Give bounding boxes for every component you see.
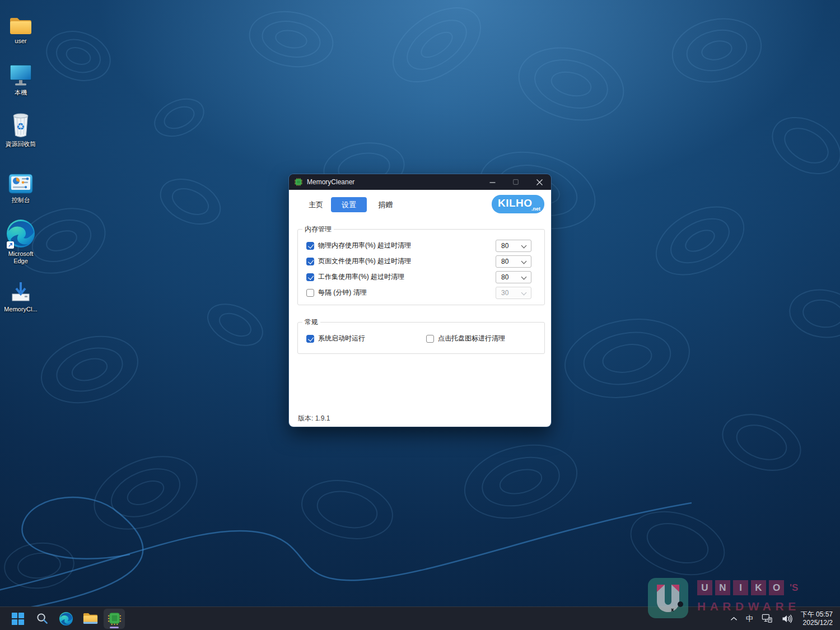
desktop-icon-control-panel[interactable]: 控制台 <box>2 164 39 204</box>
svg-text:♻: ♻ <box>16 121 25 132</box>
physical-memory-row: 物理内存使用率(%) 超过时清理 80 <box>298 240 544 252</box>
desktop-icon-label: Microsoft Edge <box>2 250 39 265</box>
desktop-icon-this-pc[interactable]: 本機 <box>2 56 39 96</box>
edge-icon <box>59 612 73 626</box>
desktop-icon-user[interactable]: user <box>2 4 39 45</box>
desktop-icon-recycle-bin[interactable]: ♻ 資源回收筒 <box>2 108 39 148</box>
memory-group-title: 内存管理 <box>302 225 334 234</box>
close-button[interactable] <box>528 174 551 190</box>
recycle-bin-icon: ♻ <box>2 108 39 139</box>
tray-click-clean-label: 点击托盘图标进行清理 <box>438 334 505 343</box>
window-body: 主页 设置 捐赠 KILHO .net 内存管理 物理内存使用率(%) 超过时清… <box>289 190 551 427</box>
page-file-threshold-select[interactable]: 80 <box>496 255 531 268</box>
desktop-icon-label: user <box>2 38 39 45</box>
physical-memory-label: 物理内存使用率(%) 超过时清理 <box>318 241 411 250</box>
folder-icon <box>2 4 39 36</box>
general-group: 常规 系统启动时运行 点击托盘图标进行清理 <box>297 322 545 354</box>
interval-minutes-select[interactable]: 30 <box>496 287 531 299</box>
tray-click-clean-checkbox[interactable] <box>426 335 434 343</box>
ime-indicator[interactable]: 中 <box>746 614 753 624</box>
general-options-row: 系统启动时运行 点击托盘图标进行清理 <box>298 333 544 345</box>
kilho-logo[interactable]: KILHO .net <box>492 195 544 213</box>
desktop-icon-edge[interactable]: Microsoft Edge <box>2 216 39 265</box>
clock-date: 2025/12/2 <box>801 619 833 627</box>
start-button[interactable] <box>7 609 29 629</box>
edge-icon <box>2 216 39 249</box>
clock-time: 下午 05:57 <box>801 610 833 619</box>
shortcut-arrow-icon <box>7 241 14 249</box>
interval-clean-row: 每隔 (分钟) 清理 30 <box>298 287 544 299</box>
taskbar: 中 下午 05:57 2025/12/2 <box>0 606 840 630</box>
desktop-icon-label: 控制台 <box>2 197 39 204</box>
kilho-logo-suffix: .net <box>531 206 540 212</box>
tab-settings[interactable]: 设置 <box>331 197 367 212</box>
run-at-startup-label: 系统启动时运行 <box>318 334 365 343</box>
clock[interactable]: 下午 05:57 2025/12/2 <box>801 610 833 627</box>
working-set-label: 工作集使用率(%) 超过时清理 <box>318 272 404 282</box>
maximize-button[interactable] <box>504 174 528 190</box>
app-window: MemoryCleaner 主页 设置 捐赠 KILHO .net 内存管理 <box>289 174 551 427</box>
search-icon <box>36 612 49 625</box>
volume-icon[interactable] <box>781 614 792 624</box>
interval-clean-checkbox[interactable] <box>306 289 314 297</box>
memorycleaner-taskbar-button[interactable] <box>104 609 125 629</box>
control-panel-icon <box>2 164 39 195</box>
desktop-icon-label: MemoryCl... <box>2 306 39 313</box>
desktop-icon-label: 本機 <box>2 89 39 96</box>
tab-home[interactable]: 主页 <box>302 197 329 212</box>
general-group-title: 常规 <box>302 318 320 326</box>
memorycleaner-chip-icon <box>107 611 122 626</box>
page-file-label: 页面文件使用率(%) 超过时清理 <box>318 256 411 266</box>
file-explorer-icon <box>83 612 98 626</box>
page-file-row: 页面文件使用率(%) 超过时清理 80 <box>298 255 544 268</box>
title-bar[interactable]: MemoryCleaner <box>289 174 551 190</box>
tray-chevron-icon[interactable] <box>730 617 738 621</box>
interval-clean-label: 每隔 (分钟) 清理 <box>318 288 367 297</box>
memorycleaner-chip-icon <box>294 178 303 186</box>
working-set-checkbox[interactable] <box>306 273 314 281</box>
physical-memory-threshold-select[interactable]: 80 <box>496 240 531 252</box>
working-set-threshold-select[interactable]: 80 <box>496 271 531 283</box>
memory-management-group: 内存管理 物理内存使用率(%) 超过时清理 80 页面文件使用率(%) 超过时清… <box>297 229 545 305</box>
download-icon <box>2 273 39 304</box>
kilho-logo-text: KILHO <box>498 197 533 209</box>
desktop-icon-label: 資源回收筒 <box>2 141 39 148</box>
version-label: 版本: 1.9.1 <box>298 414 330 423</box>
explorer-taskbar-button[interactable] <box>80 609 101 629</box>
desktop-icon-memorycleaner-installer[interactable]: MemoryCl... <box>2 273 39 313</box>
tab-donate[interactable]: 捐赠 <box>372 197 399 212</box>
network-icon[interactable] <box>762 613 773 624</box>
windows-logo-icon <box>11 612 25 626</box>
monitor-icon <box>2 56 39 87</box>
working-set-row: 工作集使用率(%) 超过时清理 80 <box>298 271 544 283</box>
page-file-checkbox[interactable] <box>306 258 314 265</box>
window-title: MemoryCleaner <box>307 178 354 186</box>
edge-taskbar-button[interactable] <box>55 609 77 629</box>
search-button[interactable] <box>31 609 53 629</box>
minimize-button[interactable] <box>480 174 504 190</box>
run-at-startup-checkbox[interactable] <box>306 335 314 343</box>
physical-memory-checkbox[interactable] <box>306 242 314 250</box>
